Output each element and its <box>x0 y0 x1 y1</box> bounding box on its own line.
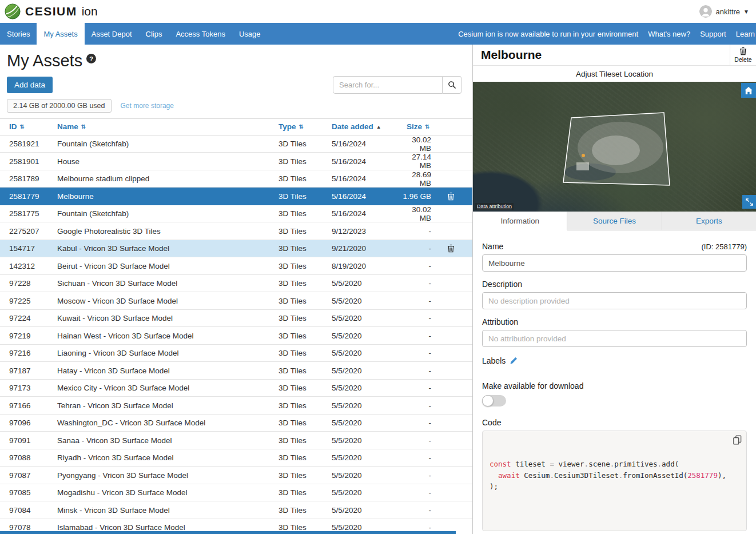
cell-date-added: 5/5/2020 <box>332 384 400 392</box>
cell-name: Mogadishu - Vricon 3D Surface Model <box>57 488 278 497</box>
cell-date-added: 9/12/2023 <box>332 227 400 236</box>
tab-information[interactable]: Information <box>473 212 567 230</box>
get-more-storage-link[interactable]: Get more storage <box>121 102 174 110</box>
code-snippet: const tileset = viewer.scene.primitives.… <box>490 459 727 492</box>
nav-tab-usage[interactable]: Usage <box>232 23 268 45</box>
delete-asset-button[interactable]: Delete <box>730 45 756 65</box>
nav-tab-clips[interactable]: Clips <box>139 23 169 45</box>
copy-code-button[interactable] <box>733 435 742 445</box>
map-preview[interactable]: Data attribution <box>473 82 756 212</box>
nav-tab-my-assets[interactable]: My Assets <box>37 23 84 45</box>
row-delete-button[interactable] <box>447 192 455 201</box>
table-row[interactable]: 97219 Hainan West - Vricon 3D Surface Mo… <box>0 327 472 345</box>
cell-size: - <box>400 244 435 253</box>
table-row[interactable]: 97087 Pyongyang - Vricon 3D Surface Mode… <box>0 467 472 484</box>
search-input[interactable] <box>333 76 443 94</box>
cell-id: 2581779 <box>0 192 57 201</box>
table-row[interactable]: 97216 Liaoning - Vricon 3D Surface Model… <box>0 345 472 362</box>
adjust-tileset-location-link[interactable]: Adjust Tileset Location <box>576 70 653 78</box>
table-row[interactable]: 2581789 Melbourne stadium clipped 3D Til… <box>0 170 472 188</box>
cesium-ion-logo[interactable]: CESIUM ion <box>5 3 98 19</box>
table-row[interactable]: 97173 Mexico City - Vricon 3D Surface Mo… <box>0 380 472 397</box>
partially-visible-row[interactable] <box>0 531 456 534</box>
table-row[interactable]: 142312 Beirut - Vricon 3D Surface Model … <box>0 257 472 275</box>
table-row[interactable]: 2275207 Google Photorealistic 3D Tiles 3… <box>0 222 472 240</box>
table-row[interactable]: 2581775 Fountain (Sketchfab) 3D Tiles 5/… <box>0 205 472 223</box>
tab-exports[interactable]: Exports <box>662 212 756 230</box>
avatar <box>699 5 712 18</box>
fullscreen-button[interactable] <box>742 195 756 209</box>
home-button[interactable] <box>741 83 756 98</box>
table-row[interactable]: 154717 Kabul - Vricon 3D Surface Model 3… <box>0 240 472 258</box>
cell-name: Sanaa - Vricon 3D Surface Model <box>57 436 278 445</box>
nav-tab-asset-depot[interactable]: Asset Depot <box>85 23 139 45</box>
learn-link[interactable]: Learn <box>736 30 755 38</box>
table-row[interactable]: 97091 Sanaa - Vricon 3D Surface Model 3D… <box>0 432 472 449</box>
user-menu[interactable]: ankittre ▼ <box>699 5 751 18</box>
table-row[interactable]: 97085 Mogadishu - Vricon 3D Surface Mode… <box>0 484 472 502</box>
cell-type: 3D Tiles <box>278 488 332 497</box>
cell-type: 3D Tiles <box>278 192 332 201</box>
nav-tab-stories[interactable]: Stories <box>0 23 37 45</box>
cell-size: - <box>400 262 435 270</box>
name-field[interactable] <box>482 254 747 272</box>
cell-id: 2581775 <box>0 209 57 218</box>
table-row[interactable]: 97187 Hatay - Vricon 3D Surface Model 3D… <box>0 362 472 380</box>
table-row[interactable]: 97084 Minsk - Vricon 3D Surface Model 3D… <box>0 501 472 519</box>
toggle-knob <box>482 395 494 407</box>
tab-source-files[interactable]: Source Files <box>567 212 662 230</box>
cell-type: 3D Tiles <box>278 262 332 270</box>
cell-type: 3D Tiles <box>278 244 332 253</box>
table-row[interactable]: 97166 Tehran - Vricon 3D Surface Model 3… <box>0 397 472 415</box>
column-header-id[interactable]: ID ⇅ <box>0 122 57 131</box>
cell-type: 3D Tiles <box>278 366 332 375</box>
row-delete-button[interactable] <box>447 244 455 253</box>
search-button[interactable] <box>443 76 461 94</box>
username: ankittre <box>715 7 740 16</box>
nav-tab-access-tokens[interactable]: Access Tokens <box>169 23 232 45</box>
column-header-size[interactable]: Size ⇅ <box>400 122 435 131</box>
cell-id: 2581901 <box>0 157 57 166</box>
table-row[interactable]: 2581901 House 3D Tiles 5/16/2024 27.14 M… <box>0 153 472 170</box>
table-row[interactable]: 97088 Riyadh - Vricon 3D Surface Model 3… <box>0 449 472 467</box>
name-label: Name <box>482 242 503 251</box>
cell-size: 28.69 MB <box>400 170 435 188</box>
cell-size: - <box>400 453 435 462</box>
cell-size: - <box>400 349 435 357</box>
cell-name: Hainan West - Vricon 3D Surface Model <box>57 332 278 340</box>
cell-id: 2581789 <box>0 174 57 183</box>
cell-name: Tehran - Vricon 3D Surface Model <box>57 401 278 410</box>
table-row[interactable]: 97225 Moscow - Vricon 3D Surface Model 3… <box>0 292 472 310</box>
table-row[interactable]: 2581779 Melbourne 3D Tiles 5/16/2024 1.9… <box>0 188 472 205</box>
column-header-date-added[interactable]: Date added ▲ <box>332 122 400 131</box>
table-row[interactable]: 97224 Kuwait - Vricon 3D Surface Model 3… <box>0 310 472 328</box>
cell-type: 3D Tiles <box>278 279 332 288</box>
cell-type: 3D Tiles <box>278 523 332 532</box>
cell-id: 97166 <box>0 401 57 410</box>
cell-name: Riyadh - Vricon 3D Surface Model <box>57 453 278 462</box>
asset-title: Melbourne <box>473 45 730 65</box>
help-icon[interactable]: ? <box>86 54 96 63</box>
add-data-button[interactable]: Add data <box>7 77 53 93</box>
table-row[interactable]: 97228 Sichuan - Vricon 3D Surface Model … <box>0 275 472 293</box>
download-toggle[interactable] <box>482 395 506 407</box>
table-row[interactable]: 97096 Washington_DC - Vricon 3D Surface … <box>0 415 472 432</box>
table-row[interactable]: 2581921 Fountain (Sketchfab) 3D Tiles 5/… <box>0 136 472 153</box>
cell-name: Washington_DC - Vricon 3D Surface Model <box>57 419 278 427</box>
cell-name: Islamabad - Vricon 3D Surface Model <box>57 523 278 532</box>
column-header-name[interactable]: Name ⇅ <box>57 122 278 131</box>
cell-id: 97224 <box>0 314 57 322</box>
search-icon <box>448 81 456 89</box>
column-header-type[interactable]: Type ⇅ <box>278 122 332 131</box>
support-link[interactable]: Support <box>700 30 726 38</box>
whats-new-link[interactable]: What's new? <box>648 30 690 38</box>
description-field[interactable] <box>482 292 747 309</box>
cell-type: 3D Tiles <box>278 471 332 480</box>
labels-label: Labels <box>482 356 506 365</box>
cell-name: Fountain (Sketchfab) <box>57 140 278 148</box>
attribution-field[interactable] <box>482 330 747 347</box>
environment-announcement-link[interactable]: Cesium ion is now available to run in yo… <box>458 30 638 38</box>
edit-labels-pencil-icon[interactable] <box>510 357 518 365</box>
map-attribution-link[interactable]: Data attribution <box>475 203 514 210</box>
cell-id: 97091 <box>0 436 57 445</box>
